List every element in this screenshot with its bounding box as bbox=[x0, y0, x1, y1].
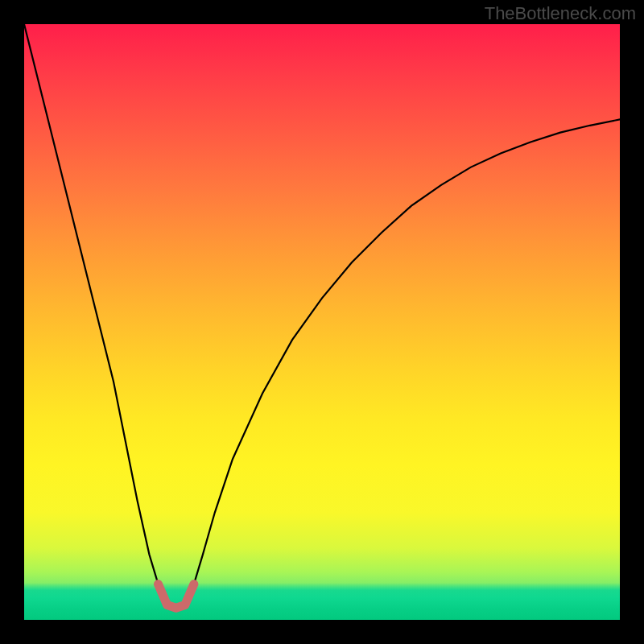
watermark-text: TheBottleneck.com bbox=[485, 3, 636, 24]
notch-highlight bbox=[159, 584, 194, 609]
bottleneck-curve bbox=[24, 24, 620, 608]
plot-area bbox=[24, 24, 620, 620]
curve-svg bbox=[24, 24, 620, 620]
